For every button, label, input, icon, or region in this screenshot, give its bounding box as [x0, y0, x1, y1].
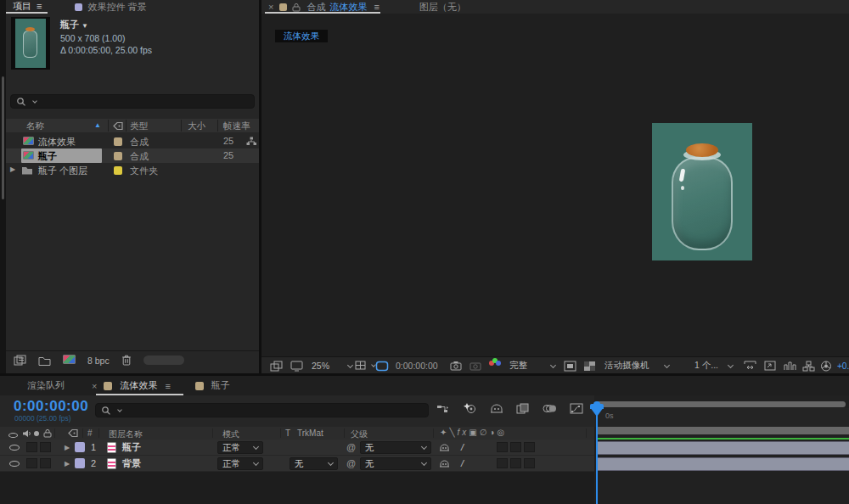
interpret-footage-icon[interactable]	[14, 355, 26, 366]
column-fps[interactable]: 帧速率	[223, 120, 250, 132]
close-tab-icon[interactable]: ×	[92, 381, 97, 391]
tab-render-queue[interactable]: 渲染队列	[27, 379, 65, 392]
panel-menu-icon[interactable]: ≡	[37, 1, 41, 11]
view-layout-dropdown[interactable]: 1 个...	[694, 357, 733, 374]
column-name[interactable]: 名称	[26, 120, 44, 132]
layer-name[interactable]: 瓶子	[122, 440, 141, 455]
draft-3d-icon[interactable]	[463, 402, 477, 414]
lock-icon[interactable]	[292, 3, 301, 12]
expand-triangle-icon[interactable]: ▶	[65, 456, 70, 471]
monitor-icon[interactable]	[290, 357, 303, 374]
graph-editor-icon[interactable]	[570, 403, 583, 414]
project-item-name[interactable]: 瓶子 ▼	[60, 19, 152, 32]
expand-triangle-icon[interactable]: ▶	[10, 165, 15, 173]
project-row-layers-folder[interactable]: ▶ 瓶子 个图层 文件夹	[6, 163, 259, 177]
composition-canvas[interactable]	[652, 123, 752, 260]
layer-name[interactable]: 背景	[122, 456, 141, 471]
layer-duration-bar[interactable]	[596, 441, 849, 455]
flowchart-icon[interactable]	[802, 357, 815, 374]
project-row-bottle[interactable]: 瓶子 合成 25	[6, 148, 259, 163]
column-mode[interactable]: 模式	[222, 428, 239, 440]
column-trkmat[interactable]: TrkMat	[297, 428, 323, 438]
parent-pickwhip-icon[interactable]: @	[346, 440, 356, 455]
tab-effect-controls[interactable]: 效果控件 背景	[68, 0, 153, 14]
preview-timecode[interactable]: 0:00:00:00	[396, 357, 438, 374]
grid-guides-options-icon[interactable]	[355, 357, 375, 374]
column-parent[interactable]: 父级	[351, 428, 368, 440]
column-size[interactable]: 大小	[188, 120, 205, 132]
layer-tab[interactable]: 图层（无）	[419, 1, 466, 14]
tab-project[interactable]: 项目 ≡	[6, 0, 48, 14]
playhead-line[interactable]	[596, 407, 598, 504]
switches-columns-icons[interactable]: ✦╲fx▣∅◑◎	[440, 428, 507, 437]
viewer-stage[interactable]: 流体效果	[261, 14, 849, 350]
exposure-value[interactable]: +0.0	[837, 357, 849, 374]
channels-icon[interactable]	[489, 357, 502, 368]
snapshot-camera-icon[interactable]	[450, 357, 462, 374]
label-column-icon[interactable]	[113, 121, 123, 131]
close-tab-icon[interactable]: ×	[268, 2, 273, 12]
frame-blending-icon[interactable]	[516, 403, 530, 414]
eye-icon[interactable]	[9, 456, 20, 471]
resolution-dropdown[interactable]: 完整	[509, 357, 555, 374]
label-column-icon[interactable]	[68, 428, 78, 438]
column-t[interactable]: T	[285, 428, 290, 438]
timeline-empty-area[interactable]	[0, 472, 594, 504]
time-graph-area[interactable]: 0s	[594, 395, 849, 504]
solo-column-icon[interactable]	[34, 431, 39, 436]
label-color-swatch[interactable]	[114, 152, 122, 160]
current-timecode[interactable]: 0:00:00:00	[14, 398, 88, 415]
tab-comp-bottle[interactable]: 瓶子	[211, 379, 230, 392]
sort-ascending-icon[interactable]: ▲	[94, 121, 101, 129]
motion-blur-icon[interactable]	[543, 403, 557, 414]
timeline-navigator-bar[interactable]	[596, 401, 846, 407]
search-options-icon[interactable]	[32, 98, 37, 104]
trkmat-dropdown[interactable]: 无	[290, 457, 338, 470]
quality-switch-icon[interactable]: /	[461, 440, 464, 455]
expand-triangle-icon[interactable]: ▶	[65, 440, 70, 455]
parent-dropdown[interactable]: 无	[360, 441, 431, 454]
camera-view-dropdown[interactable]: 活动摄像机	[604, 357, 669, 374]
fast-previews-icon[interactable]	[820, 357, 832, 374]
parent-pickwhip-icon[interactable]: @	[346, 456, 356, 471]
audio-column-icon[interactable]	[22, 429, 31, 438]
layer-label-swatch[interactable]	[75, 442, 85, 452]
project-row-fluid-effect[interactable]: 流体效果 合成 25	[6, 134, 259, 148]
label-color-swatch[interactable]	[114, 137, 122, 146]
time-ruler[interactable]: 0s	[594, 408, 849, 427]
region-of-interest-icon[interactable]	[564, 357, 576, 374]
comp-breadcrumb-button[interactable]: 流体效果	[275, 30, 328, 42]
shy-switch-icon[interactable]	[439, 440, 450, 455]
delete-trash-icon[interactable]	[121, 355, 132, 366]
magnification-dropdown[interactable]: 25%	[312, 357, 352, 374]
mask-visibility-icon[interactable]	[375, 357, 389, 374]
parent-dropdown[interactable]: 无	[360, 457, 431, 470]
new-folder-icon[interactable]	[38, 356, 51, 366]
lock-column-icon[interactable]	[43, 428, 52, 438]
video-column-icon[interactable]	[8, 430, 18, 440]
tab-comp-fluid[interactable]: 流体效果	[120, 379, 157, 392]
layer-label-swatch[interactable]	[75, 458, 85, 468]
blend-mode-dropdown[interactable]: 正常	[217, 441, 263, 454]
layer-row-background[interactable]: ▶ 2 背景 正常 无 @ 无 /	[0, 456, 594, 472]
label-color-swatch[interactable]	[114, 166, 122, 175]
horizontal-scrollbar[interactable]	[143, 356, 184, 365]
layer-row-bottle[interactable]: ▶ 1 瓶子 正常 @ 无 /	[0, 440, 594, 456]
comp-mini-flowchart-icon[interactable]	[436, 403, 450, 414]
panel-scrollbar[interactable]	[2, 76, 4, 199]
blend-mode-dropdown[interactable]: 正常	[217, 457, 263, 470]
column-type[interactable]: 类型	[130, 120, 148, 132]
project-search-input[interactable]	[10, 94, 255, 109]
panel-menu-icon[interactable]: ≡	[374, 2, 378, 12]
playhead-triangle[interactable]	[590, 407, 604, 417]
show-snapshot-icon[interactable]	[469, 357, 481, 374]
bit-depth-button[interactable]: 8 bpc	[87, 356, 110, 366]
pixel-aspect-icon[interactable]	[784, 357, 796, 374]
layer-duration-bar[interactable]	[596, 457, 849, 471]
index-column[interactable]: #	[87, 428, 93, 438]
quality-switch-icon[interactable]: /	[461, 456, 464, 471]
shy-switch-icon[interactable]	[439, 456, 450, 471]
hide-shy-layers-icon[interactable]	[490, 403, 503, 414]
share-view-icon[interactable]	[744, 357, 756, 374]
work-area-bar[interactable]	[596, 427, 849, 434]
